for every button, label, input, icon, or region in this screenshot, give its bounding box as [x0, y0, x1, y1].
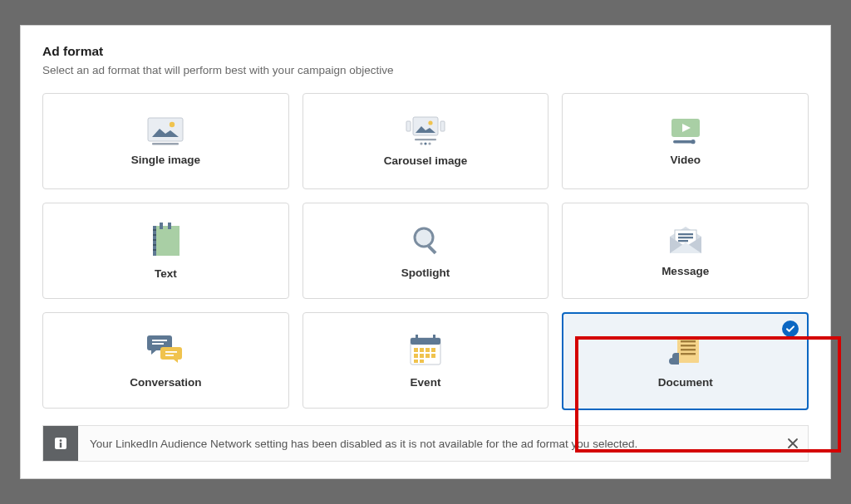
section-subtitle: Select an ad format that will perform be…: [42, 64, 809, 76]
info-text: Your LinkedIn Audience Network setting h…: [78, 438, 778, 450]
card-label: Event: [411, 376, 441, 389]
check-icon: [782, 321, 799, 337]
card-label: Single image: [131, 154, 200, 166]
svg-rect-27: [678, 237, 693, 238]
svg-rect-16: [168, 223, 171, 229]
text-icon: [148, 223, 183, 259]
document-icon: [666, 335, 706, 368]
svg-rect-12: [673, 140, 693, 144]
svg-rect-5: [406, 121, 411, 131]
format-card-event[interactable]: Event: [303, 312, 549, 409]
svg-rect-40: [431, 348, 435, 352]
info-icon: [43, 426, 78, 461]
svg-rect-51: [681, 353, 696, 355]
spotlight-icon: [408, 223, 443, 258]
svg-rect-38: [420, 348, 424, 352]
ad-format-panel: Ad format Select an ad format that will …: [20, 25, 831, 479]
svg-point-4: [428, 120, 432, 125]
svg-rect-52: [676, 353, 679, 365]
svg-rect-43: [426, 354, 430, 358]
svg-rect-48: [681, 340, 696, 342]
svg-rect-28: [678, 240, 688, 242]
svg-rect-20: [153, 239, 156, 241]
svg-rect-31: [165, 351, 177, 353]
svg-point-23: [415, 228, 433, 247]
format-card-carousel-image[interactable]: Carousel image: [303, 93, 549, 189]
svg-rect-29: [152, 340, 167, 341]
card-label: Text: [155, 267, 177, 280]
svg-rect-39: [426, 348, 430, 352]
svg-rect-19: [153, 234, 156, 236]
conversation-icon: [145, 333, 186, 368]
format-grid: Single image Carousel image: [42, 93, 809, 410]
image-icon: [147, 117, 184, 145]
svg-point-13: [691, 139, 695, 144]
format-card-conversation[interactable]: Conversation: [42, 312, 289, 409]
svg-rect-46: [420, 360, 424, 363]
format-card-document[interactable]: Document: [562, 312, 809, 410]
svg-rect-24: [427, 245, 436, 254]
svg-rect-21: [153, 244, 156, 246]
svg-rect-2: [152, 143, 179, 144]
section-title: Ad format: [42, 44, 809, 59]
close-button[interactable]: [778, 428, 808, 458]
svg-rect-44: [431, 354, 435, 358]
svg-rect-22: [153, 249, 156, 251]
svg-rect-55: [60, 443, 61, 448]
card-label: Message: [662, 265, 709, 277]
svg-point-54: [60, 439, 62, 442]
svg-point-1: [170, 121, 175, 126]
carousel-icon: [405, 116, 446, 146]
format-card-spotlight[interactable]: Spotlight: [303, 203, 549, 299]
svg-rect-35: [416, 335, 418, 341]
svg-rect-14: [156, 226, 180, 256]
format-card-text[interactable]: Text: [42, 203, 289, 299]
format-card-video[interactable]: Video: [562, 93, 809, 189]
svg-rect-37: [414, 348, 418, 352]
card-label: Conversation: [130, 376, 201, 389]
info-bar: Your LinkedIn Audience Network setting h…: [42, 425, 809, 462]
card-label: Video: [670, 154, 701, 166]
svg-rect-6: [440, 121, 445, 131]
svg-rect-26: [678, 233, 693, 235]
card-label: Document: [658, 376, 713, 389]
format-card-single-image[interactable]: Single image: [42, 93, 289, 189]
svg-rect-7: [415, 139, 436, 140]
svg-rect-42: [420, 354, 424, 358]
svg-rect-15: [160, 223, 163, 229]
svg-rect-18: [153, 229, 156, 231]
svg-rect-36: [433, 335, 435, 341]
svg-rect-45: [414, 360, 418, 363]
event-icon: [407, 333, 444, 368]
message-icon: [667, 225, 705, 257]
svg-point-9: [424, 142, 426, 144]
card-label: Carousel image: [384, 154, 468, 167]
svg-rect-34: [411, 338, 440, 345]
svg-rect-50: [681, 349, 696, 350]
format-card-message[interactable]: Message: [562, 203, 809, 299]
card-label: Spotlight: [401, 267, 450, 279]
svg-rect-49: [681, 345, 696, 346]
svg-point-10: [428, 142, 430, 144]
svg-rect-41: [414, 354, 418, 358]
svg-point-8: [420, 142, 422, 144]
svg-rect-0: [148, 118, 183, 141]
svg-rect-30: [152, 343, 164, 345]
svg-rect-32: [165, 355, 174, 356]
video-icon: [667, 117, 705, 145]
